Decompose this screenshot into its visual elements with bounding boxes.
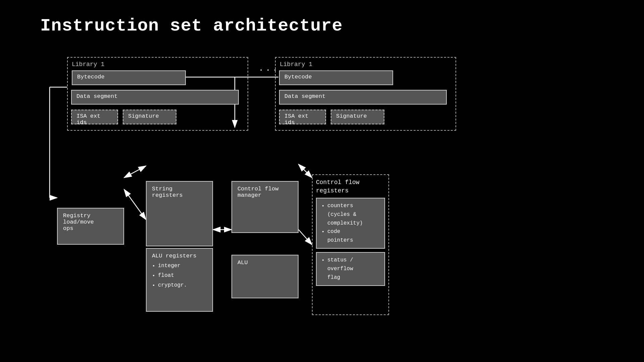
cf-item-code-pointers: codepointers — [327, 228, 380, 245]
lib2-isa: ISA ext ids — [279, 110, 326, 124]
alu-reg-item-2: float — [158, 271, 207, 281]
lib1-bytecode: Bytecode — [72, 70, 186, 85]
lib2-bytecode: Bytecode — [279, 70, 393, 85]
alu-registers-box: ALU registers integer float cryptogr. — [146, 248, 213, 312]
alu-registers-title: ALU registers — [152, 253, 207, 259]
cf-item-counters: counters(cycles &complexity) — [327, 202, 380, 228]
cfm-label: Control flowmanager — [237, 186, 278, 198]
lib1-dataseg: Data segment — [71, 90, 239, 105]
lib2-signature: Signature — [331, 110, 384, 124]
library-1-label: Library 1 — [72, 61, 244, 68]
library-1-box: Library 1 Bytecode Data segment ISA ext … — [67, 57, 248, 131]
alu-reg-item-1: integer — [158, 261, 207, 271]
alu-reg-item-3: cryptogr. — [158, 281, 207, 290]
lib1-isa: ISA ext ids — [71, 110, 118, 124]
control-flow-manager-box: Control flowmanager — [231, 181, 299, 233]
cf-registers-box1: counters(cycles &complexity) codepointer… — [316, 198, 385, 249]
cf-item-status: status /overflowflag — [327, 256, 380, 282]
cf-registers-box2: status /overflowflag — [316, 252, 385, 286]
alu-registers-list: integer float cryptogr. — [152, 261, 207, 290]
registry-label: Registryload/moveops — [63, 213, 94, 232]
string-registers-label: Stringregisters — [152, 186, 183, 198]
cf-registers-outer: Control flowregisters counters(cycles &c… — [312, 174, 389, 315]
string-registers-box: Stringregisters — [146, 181, 213, 246]
library-2-label: Library 1 — [280, 61, 451, 68]
lib2-dataseg: Data segment — [279, 90, 447, 105]
alu-box: ALU — [231, 255, 299, 298]
page-title: Instruction set architecture — [0, 0, 644, 36]
registry-box: Registryload/moveops — [57, 208, 124, 245]
diagram-area: ... Library 1 Bytecode Data segment ISA … — [0, 47, 644, 362]
lib1-signature: Signature — [123, 110, 176, 124]
cf-registers-label: Control flowregisters — [316, 178, 385, 195]
library-2-box: Library 1 Bytecode Data segment ISA ext … — [275, 57, 456, 131]
